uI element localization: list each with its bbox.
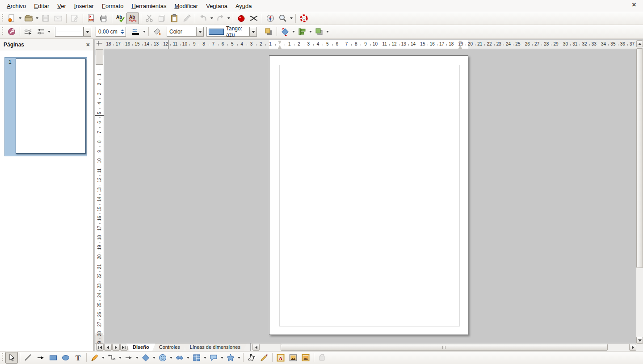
ruler-origin[interactable] xyxy=(95,40,104,49)
send-email-button[interactable] xyxy=(52,13,64,24)
export-pdf-button[interactable]: PDF xyxy=(85,13,97,24)
v-ruler[interactable]: 1234567891011121314151617181920212223242… xyxy=(95,49,104,344)
line-style-dropdown[interactable] xyxy=(84,27,91,37)
undo-dropdown[interactable] xyxy=(210,13,214,24)
curve-tool-button[interactable] xyxy=(88,352,101,364)
edit-file-button[interactable] xyxy=(68,13,81,24)
block-arrows-button[interactable] xyxy=(173,352,186,364)
arrow-style-button[interactable] xyxy=(34,26,47,38)
callouts-dropdown[interactable] xyxy=(220,352,224,363)
redo-dropdown[interactable] xyxy=(227,13,231,24)
toolbar-grip[interactable] xyxy=(1,14,4,23)
new-document-dropdown[interactable] xyxy=(18,13,22,24)
line-tool-button[interactable] xyxy=(22,352,34,364)
flowchart-dropdown[interactable] xyxy=(203,352,207,363)
fill-color-box[interactable]: Tango: azu xyxy=(206,27,249,37)
area-fill-button[interactable] xyxy=(151,26,163,38)
arrow-style-dropdown[interactable] xyxy=(47,26,51,37)
from-file-button[interactable] xyxy=(287,352,299,364)
save-button[interactable] xyxy=(39,13,52,24)
scroll-down-button[interactable] xyxy=(636,337,643,344)
menu-item-herramientas[interactable]: Herramientas xyxy=(127,1,170,11)
clone-formatting-button[interactable] xyxy=(181,13,193,24)
tab-first-button[interactable] xyxy=(96,344,104,351)
line-color-button[interactable] xyxy=(130,26,142,38)
tab-controles[interactable]: Controles xyxy=(153,343,186,351)
pages-panel-close-button[interactable]: × xyxy=(86,41,90,48)
spin-up-icon[interactable] xyxy=(121,29,124,31)
connector-dropdown[interactable] xyxy=(118,352,122,363)
navigator-button[interactable] xyxy=(264,13,277,24)
auto-spellcheck-button[interactable]: Ab xyxy=(126,13,139,24)
window-close-button[interactable]: × xyxy=(630,1,639,9)
help-button[interactable] xyxy=(298,13,310,24)
fontwork-button[interactable]: A xyxy=(274,352,287,364)
transformations-button[interactable] xyxy=(279,26,291,38)
h-ruler-right-margin-marker[interactable] xyxy=(458,41,462,49)
tab-previous-button[interactable] xyxy=(104,344,112,351)
undo-button[interactable] xyxy=(197,13,210,24)
shadow-button[interactable] xyxy=(262,26,275,38)
scroll-left-button[interactable] xyxy=(252,344,260,351)
fill-color-dropdown[interactable] xyxy=(249,27,257,37)
menu-item-editar[interactable]: Editar xyxy=(30,1,53,11)
hyperlink-button[interactable] xyxy=(235,13,248,24)
open-dropdown[interactable] xyxy=(35,13,39,24)
rectangle-tool-button[interactable] xyxy=(47,352,59,364)
basic-shapes-button[interactable] xyxy=(139,352,152,364)
lines-arrows-button[interactable] xyxy=(122,352,135,364)
line-style-select[interactable] xyxy=(55,27,91,37)
line-style-value[interactable] xyxy=(55,27,84,37)
area-style-dropdown[interactable] xyxy=(196,27,204,37)
copy-button[interactable] xyxy=(155,13,168,24)
styles-and-formatting-button[interactable] xyxy=(5,26,18,38)
edit-points-button[interactable] xyxy=(245,352,258,364)
v-ruler-top-margin-marker[interactable] xyxy=(96,49,103,65)
drawing-canvas[interactable] xyxy=(104,49,636,343)
print-button[interactable] xyxy=(97,13,110,24)
ellipse-tool-button[interactable] xyxy=(59,352,72,364)
symbol-shapes-dropdown[interactable] xyxy=(169,352,173,363)
area-style-value[interactable]: Color xyxy=(167,27,196,37)
line-color-dropdown[interactable] xyxy=(142,26,147,37)
line-ends-arrow-button[interactable] xyxy=(34,352,47,364)
redo-button[interactable] xyxy=(214,13,227,24)
tab-next-button[interactable] xyxy=(112,344,120,351)
gallery-button[interactable] xyxy=(299,352,312,364)
page-thumbnail-selected[interactable]: 1 xyxy=(4,57,87,156)
cut-button[interactable] xyxy=(143,13,155,24)
zoom-dropdown[interactable] xyxy=(289,13,294,24)
scroll-up-button[interactable] xyxy=(636,40,643,47)
select-tool-button[interactable] xyxy=(5,352,18,364)
toolbar-grip[interactable] xyxy=(1,353,4,362)
tab-lineas-de-dimensiones[interactable]: Líneas de dimensiones xyxy=(184,343,247,351)
tab-last-button[interactable] xyxy=(120,344,128,351)
transformations-dropdown[interactable] xyxy=(291,26,296,37)
align-button[interactable] xyxy=(296,26,308,38)
stars-dropdown[interactable] xyxy=(237,352,241,363)
menu-item-ver[interactable]: Ver xyxy=(53,1,70,11)
menu-item-ayuda[interactable]: Ayuda xyxy=(231,1,256,11)
line-width-value[interactable]: 0,00 cm xyxy=(96,29,119,35)
callouts-button[interactable] xyxy=(207,352,220,364)
symbol-shapes-button[interactable] xyxy=(156,352,169,364)
h-ruler[interactable]: 1817161514131211109876543211234567891011… xyxy=(104,40,636,49)
line-dialog-button[interactable] xyxy=(22,26,34,38)
spelling-button[interactable]: Ab xyxy=(114,13,126,24)
menu-item-archivo[interactable]: Archivo xyxy=(3,1,30,11)
zoom-button[interactable] xyxy=(277,13,289,24)
spin-down-icon[interactable] xyxy=(121,32,124,34)
fill-color-select[interactable]: Tango: azu xyxy=(206,27,257,37)
open-button[interactable] xyxy=(22,13,35,24)
align-dropdown[interactable] xyxy=(308,26,313,37)
text-tool-button[interactable]: T xyxy=(72,352,84,364)
paste-button[interactable] xyxy=(168,13,181,24)
scroll-right-button[interactable] xyxy=(629,344,636,351)
menu-item-ventana[interactable]: Ventana xyxy=(202,1,231,11)
h-ruler-left-margin-marker[interactable] xyxy=(278,41,282,49)
arrange-dropdown[interactable] xyxy=(325,26,330,37)
rotate-button[interactable] xyxy=(316,352,328,364)
basic-shapes-dropdown[interactable] xyxy=(152,352,156,363)
stars-button[interactable] xyxy=(224,352,237,364)
line-width-spinner[interactable] xyxy=(119,27,126,36)
